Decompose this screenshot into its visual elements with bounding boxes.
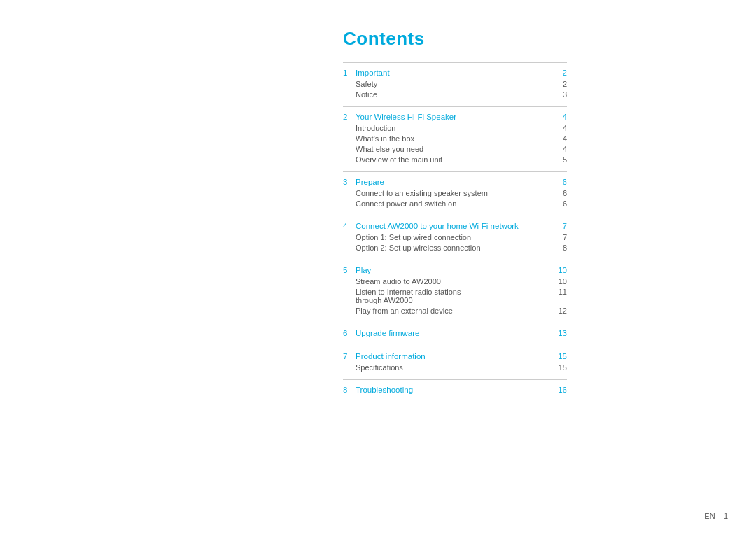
section-title-6: Upgrade firmware [356, 329, 419, 337]
section-title-3: Prepare [356, 178, 384, 186]
section-number-5: 5 [343, 266, 351, 274]
content-area: Contents 1Important2Safety2Notice32Your … [343, 28, 567, 395]
toc-subsection-2-0: Introduction4 [343, 122, 567, 133]
section-number-4: 4 [343, 222, 351, 230]
sub-label-4-0: Option 1: Set up wired connection [356, 233, 471, 241]
section-number-7: 7 [343, 352, 351, 360]
toc-container: 1Important2Safety2Notice32Your Wireless … [343, 62, 567, 395]
toc-subsection-5-0: Stream audio to AW200010 [343, 276, 567, 286]
sub-page-2-3: 5 [556, 155, 567, 164]
toc-section-7: 7Product information15 [343, 346, 567, 362]
section-page-2: 4 [556, 113, 567, 121]
sub-page-4-1: 8 [556, 244, 567, 252]
section-page-1: 2 [556, 69, 567, 77]
sub-page-2-0: 4 [556, 124, 567, 132]
toc-subsection-4-1: Option 2: Set up wireless connection8 [343, 242, 567, 253]
toc-section-4: 4Connect AW2000 to your home Wi-Fi netwo… [343, 216, 567, 232]
sub-label-2-1: What's in the box [356, 134, 414, 143]
section-title-4: Connect AW2000 to your home Wi-Fi networ… [356, 222, 519, 230]
section-title-8: Troubleshooting [356, 386, 413, 394]
toc-section-6: 6Upgrade firmware13 [343, 323, 567, 339]
sub-label-3-1: Connect power and switch on [356, 199, 456, 208]
page-title: Contents [343, 28, 567, 50]
sub-label-4-1: Option 2: Set up wireless connection [356, 244, 481, 252]
section-page-3: 6 [556, 178, 567, 186]
sub-label-3-0: Connect to an existing speaker system [356, 189, 488, 197]
section-page-5: 10 [556, 266, 567, 274]
section-number-8: 8 [343, 386, 351, 394]
sub-label-5-2: Play from an external device [356, 307, 453, 315]
section-number-3: 3 [343, 178, 351, 186]
toc-subsection-2-2: What else you need4 [343, 143, 567, 154]
section-number-6: 6 [343, 329, 351, 337]
sub-page-3-0: 6 [556, 189, 567, 197]
toc-subsection-3-0: Connect to an existing speaker system6 [343, 188, 567, 198]
sub-page-2-1: 4 [556, 134, 567, 143]
section-title-7: Product information [356, 352, 426, 360]
section-page-4: 7 [556, 222, 567, 230]
toc-section-1: 1Important2 [343, 62, 567, 78]
section-number-2: 2 [343, 113, 351, 121]
section-number-1: 1 [343, 69, 351, 77]
sub-label-2-0: Introduction [356, 124, 396, 132]
toc-subsection-2-1: What's in the box4 [343, 133, 567, 143]
toc-subsection-4-0: Option 1: Set up wired connection7 [343, 232, 567, 242]
section-page-8: 16 [556, 386, 567, 394]
sub-page-5-2: 12 [556, 307, 567, 315]
page: Contents 1Important2Safety2Notice32Your … [0, 0, 756, 534]
toc-subsection-1-0: Safety2 [343, 78, 567, 89]
sub-label-1-1: Notice [356, 90, 377, 99]
sub-label-5-0: Stream audio to AW2000 [356, 277, 441, 286]
section-title-5: Play [356, 266, 371, 274]
sub-page-7-0: 15 [556, 363, 567, 372]
toc-subsection-5-2: Play from an external device12 [343, 305, 567, 316]
sub-page-4-0: 7 [556, 233, 567, 241]
toc-subsection-5-1: Listen to Internet radio stations throug… [343, 286, 567, 305]
sub-page-2-2: 4 [556, 145, 567, 153]
sub-page-1-1: 3 [556, 90, 567, 99]
toc-subsection-2-3: Overview of the main unit5 [343, 154, 567, 164]
sub-page-1-0: 2 [556, 80, 567, 88]
sub-label-2-2: What else you need [356, 145, 424, 153]
toc-subsection-7-0: Specifications15 [343, 362, 567, 372]
sub-page-5-0: 10 [556, 277, 567, 286]
toc-section-3: 3Prepare6 [343, 171, 567, 188]
section-page-7: 15 [556, 352, 567, 360]
section-title-2: Your Wireless Hi-Fi Speaker [356, 113, 456, 121]
toc-subsection-3-1: Connect power and switch on6 [343, 198, 567, 209]
sub-label-7-0: Specifications [356, 363, 403, 372]
toc-section-8: 8Troubleshooting16 [343, 379, 567, 395]
section-title-1: Important [356, 69, 390, 77]
sub-label-1-0: Safety [356, 80, 377, 88]
toc-subsection-1-1: Notice3 [343, 89, 567, 99]
footer: EN 1 [704, 512, 728, 520]
toc-section-5: 5Play10 [343, 260, 567, 276]
sub-label-5-1: Listen to Internet radio stations throug… [356, 288, 461, 304]
section-page-6: 13 [556, 329, 567, 337]
footer-lang: EN [704, 512, 715, 520]
toc-section-2: 2Your Wireless Hi-Fi Speaker4 [343, 106, 567, 122]
sub-page-3-1: 6 [556, 199, 567, 208]
footer-page: 1 [724, 512, 728, 520]
sub-label-2-3: Overview of the main unit [356, 155, 442, 164]
sub-page-5-1: 11 [556, 288, 567, 296]
